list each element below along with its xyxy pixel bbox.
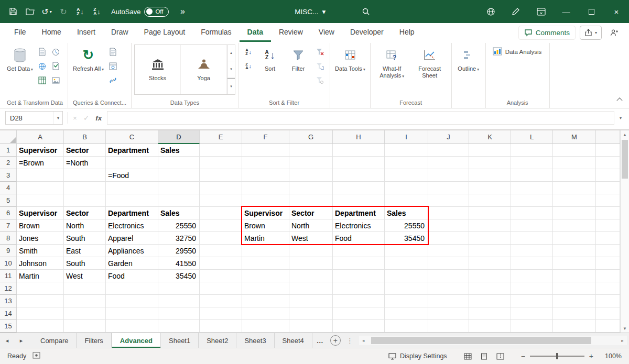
cell-K2[interactable] (469, 157, 511, 169)
cell-I13[interactable] (385, 295, 428, 307)
cell-A7[interactable]: Brown (17, 219, 64, 232)
cell-K15[interactable] (469, 320, 511, 333)
cell-M2[interactable] (553, 157, 596, 169)
cell-G12[interactable] (289, 282, 333, 295)
cell-C6[interactable]: Department (106, 207, 158, 219)
cell-J6[interactable] (428, 207, 469, 219)
cell-H13[interactable] (333, 295, 385, 307)
clear-filter-icon[interactable] (313, 46, 326, 58)
cell-J4[interactable] (428, 182, 469, 194)
cell-H5[interactable] (333, 194, 385, 207)
cell-K6[interactable] (469, 207, 511, 219)
chevron-down-icon[interactable]: ▾ (53, 112, 62, 124)
cell-B13[interactable] (64, 295, 106, 307)
cell-C8[interactable]: Apparel (106, 232, 158, 245)
cell-A15[interactable] (17, 320, 64, 333)
cell-B2[interactable]: =North (64, 157, 106, 169)
cell-E12[interactable] (200, 282, 242, 295)
row-header-13[interactable]: 13 (0, 295, 17, 307)
cell-G9[interactable] (289, 245, 333, 257)
cell-D5[interactable] (158, 194, 200, 207)
cell-F3[interactable] (242, 169, 289, 182)
refresh-all-button[interactable]: ↻ Refresh All▾ (71, 43, 106, 94)
cell-F9[interactable] (242, 245, 289, 257)
cell-D4[interactable] (158, 182, 200, 194)
cell-A11[interactable]: Martin (17, 270, 64, 282)
cell-H15[interactable] (333, 320, 385, 333)
share-button[interactable]: ▾ (580, 26, 602, 40)
column-header-C[interactable]: C (106, 130, 158, 144)
cell-H3[interactable] (333, 169, 385, 182)
get-data-button[interactable]: Get Data▾ (5, 43, 35, 94)
cell-D14[interactable] (158, 307, 200, 320)
cell-C10[interactable]: Garden (106, 257, 158, 270)
cell-C1[interactable]: Department (106, 144, 158, 157)
cell-I12[interactable] (385, 282, 428, 295)
cell-B7[interactable]: North (64, 219, 106, 232)
cell-B10[interactable]: South (64, 257, 106, 270)
cell-B15[interactable] (64, 320, 106, 333)
minimize-button[interactable]: — (554, 0, 579, 23)
cell-I1[interactable] (385, 144, 428, 157)
cell-I7[interactable]: 25550 (385, 219, 428, 232)
cell-E4[interactable] (200, 182, 242, 194)
row-header-1[interactable]: 1 (0, 144, 17, 157)
pen-icon[interactable] (503, 0, 528, 23)
horizontal-scroll-thumb[interactable] (371, 337, 591, 344)
sheet-tab-advanced[interactable]: Advanced (112, 333, 161, 348)
column-header-K[interactable]: K (469, 130, 511, 144)
sort-za-button[interactable]: ZA↓ (242, 60, 255, 72)
cell-A13[interactable] (17, 295, 64, 307)
cell-B9[interactable]: East (64, 245, 106, 257)
column-header-M[interactable]: M (553, 130, 596, 144)
tab-review[interactable]: Review (271, 23, 311, 42)
cell-B12[interactable] (64, 282, 106, 295)
from-text-csv-icon[interactable] (36, 46, 49, 58)
comments-button[interactable]: Comments (518, 26, 576, 40)
cell-E13[interactable] (200, 295, 242, 307)
advanced-filter-icon[interactable] (313, 74, 326, 86)
cell-H14[interactable] (333, 307, 385, 320)
tab-help[interactable]: Help (392, 23, 422, 42)
cell-G4[interactable] (289, 182, 333, 194)
sheet-nav-next-icon[interactable]: ▸ (14, 333, 28, 348)
sheet-tab-sheet1[interactable]: Sheet1 (161, 333, 199, 348)
cell-D2[interactable] (158, 157, 200, 169)
cell-B5[interactable] (64, 194, 106, 207)
scroll-right-icon[interactable]: ► (618, 336, 627, 345)
data-analysis-button[interactable]: Data Analysis (489, 45, 546, 59)
edit-links-icon[interactable] (107, 74, 120, 86)
cell-G1[interactable] (289, 144, 333, 157)
cell-M3[interactable] (553, 169, 596, 182)
cell-I4[interactable] (385, 182, 428, 194)
cell-G5[interactable] (289, 194, 333, 207)
cell-L3[interactable] (511, 169, 553, 182)
cell-D10[interactable]: 41550 (158, 257, 200, 270)
cell-M9[interactable] (553, 245, 596, 257)
cell-C5[interactable] (106, 194, 158, 207)
search-icon[interactable] (358, 3, 374, 20)
cell-K11[interactable] (469, 270, 511, 282)
people-icon[interactable] (606, 26, 623, 40)
zoom-out-button[interactable]: − (521, 352, 525, 360)
cell-C15[interactable] (106, 320, 158, 333)
cell-M14[interactable] (553, 307, 596, 320)
macro-record-icon[interactable] (32, 352, 40, 360)
cell-C4[interactable] (106, 182, 158, 194)
sheet-tab-sheet4[interactable]: Sheet4 (275, 333, 312, 348)
cancel-icon[interactable]: × (73, 114, 77, 122)
query-properties-icon[interactable] (107, 46, 120, 58)
cell-B3[interactable] (64, 169, 106, 182)
data-type-stocks[interactable]: Stocks (135, 45, 181, 94)
cell-L14[interactable] (511, 307, 553, 320)
horizontal-scroll-track[interactable] (368, 336, 618, 345)
cell-H12[interactable] (333, 282, 385, 295)
cell-G3[interactable] (289, 169, 333, 182)
cell-F15[interactable] (242, 320, 289, 333)
close-button[interactable]: × (604, 0, 629, 23)
workbook-connections-icon[interactable] (107, 60, 120, 72)
column-header-E[interactable]: E (200, 130, 242, 144)
cell-L1[interactable] (511, 144, 553, 157)
cell-I14[interactable] (385, 307, 428, 320)
what-if-analysis-button[interactable]: ? What-If Analysis▾ (373, 43, 411, 94)
